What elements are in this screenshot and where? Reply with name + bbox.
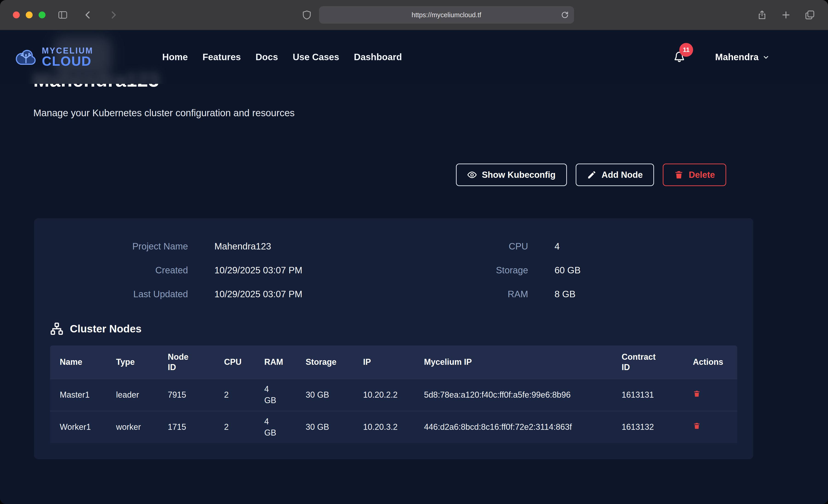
url-text: https://myceliumcloud.tf [412, 11, 481, 19]
sidebar-toggle-icon[interactable] [57, 10, 68, 20]
window-zoom-button[interactable] [39, 11, 45, 18]
site-header: MYCELIUM CLOUD Home Features Docs Use Ca… [0, 30, 828, 84]
window-controls [13, 11, 45, 18]
col-ram: RAM [255, 345, 296, 379]
site-viewport: Mahendra123 MYCELIUM CLOUD Home Features [0, 30, 828, 504]
cluster-details: Project Name Mahendra123 Created 10/29/2… [50, 234, 737, 306]
page-subtitle: Manage your Kubernetes cluster configura… [33, 108, 828, 119]
col-cpu: CPU [214, 345, 255, 379]
trash-icon [693, 390, 701, 397]
table-row: Worker1 worker 1715 2 4 GB 30 GB 10.20.3… [50, 411, 737, 443]
notification-bell[interactable]: 11 [673, 51, 685, 64]
col-ip: IP [354, 345, 414, 379]
trash-icon [674, 170, 684, 180]
address-bar[interactable]: https://myceliumcloud.tf [319, 6, 574, 24]
nav-item-home[interactable]: Home [162, 52, 188, 62]
nav-item-docs[interactable]: Docs [255, 52, 278, 62]
shield-icon[interactable] [301, 10, 312, 20]
browser-window: https://myceliumcloud.tf Mahendra123 [0, 0, 828, 504]
user-name: Mahendra [715, 52, 758, 62]
mycelium-cloud-logo-icon [15, 48, 37, 67]
show-kubeconfig-button[interactable]: Show Kubeconfig [456, 164, 567, 186]
delete-cluster-button[interactable]: Delete [663, 164, 726, 186]
cluster-nodes-icon [50, 322, 64, 335]
forward-button[interactable] [108, 10, 119, 20]
col-storage: Storage [296, 345, 354, 379]
window-minimize-button[interactable] [26, 11, 33, 18]
eye-icon [467, 170, 477, 180]
nav-item-features[interactable]: Features [202, 52, 241, 62]
detail-last-updated: Last Updated 10/29/2025 03:07 PM [50, 282, 394, 306]
back-button[interactable] [83, 10, 93, 20]
cluster-details-card: Project Name Mahendra123 Created 10/29/2… [34, 218, 753, 459]
cluster-nodes-heading: Cluster Nodes [50, 322, 737, 335]
delete-node-button[interactable] [693, 422, 701, 430]
notification-badge: 11 [679, 43, 693, 57]
share-icon[interactable] [757, 10, 767, 20]
detail-cpu: CPU 4 [394, 234, 737, 258]
window-close-button[interactable] [13, 11, 20, 18]
page-content: Manage your Kubernetes cluster configura… [0, 30, 828, 459]
nav-item-use-cases[interactable]: Use Cases [293, 52, 339, 62]
user-menu[interactable]: Mahendra [715, 52, 770, 62]
detail-storage: Storage 60 GB [394, 258, 737, 282]
col-contract-id: Contract ID [612, 345, 683, 379]
table-header-row: Name Type Node ID CPU RAM Storage IP Myc… [50, 345, 737, 379]
nav-item-dashboard[interactable]: Dashboard [354, 52, 402, 62]
logo-text-line2: CLOUD [42, 55, 93, 67]
delete-node-button[interactable] [693, 390, 701, 397]
main-nav: Home Features Docs Use Cases Dashboard [162, 52, 402, 62]
add-node-button[interactable]: Add Node [576, 164, 654, 186]
col-name: Name [50, 345, 107, 379]
new-tab-icon[interactable] [781, 10, 791, 20]
logo[interactable]: MYCELIUM CLOUD [15, 47, 93, 67]
browser-toolbar: https://myceliumcloud.tf [0, 0, 828, 30]
cluster-actions: Show Kubeconfig Add Node Delete [34, 164, 753, 186]
detail-ram: RAM 8 GB [394, 282, 737, 306]
col-node-id: Node ID [158, 345, 214, 379]
cluster-nodes-table: Name Type Node ID CPU RAM Storage IP Myc… [50, 345, 737, 443]
table-row: Master1 leader 7915 2 4 GB 30 GB 10.20.2… [50, 379, 737, 411]
detail-created: Created 10/29/2025 03:07 PM [50, 258, 394, 282]
reload-icon[interactable] [561, 11, 569, 19]
pencil-icon [587, 170, 596, 180]
tab-overview-icon[interactable] [804, 10, 815, 20]
detail-project-name: Project Name Mahendra123 [50, 234, 394, 258]
col-actions: Actions [683, 345, 737, 379]
col-type: Type [107, 345, 158, 379]
trash-icon [693, 422, 701, 430]
chevron-down-icon [762, 53, 770, 61]
col-mycelium-ip: Mycelium IP [414, 345, 612, 379]
